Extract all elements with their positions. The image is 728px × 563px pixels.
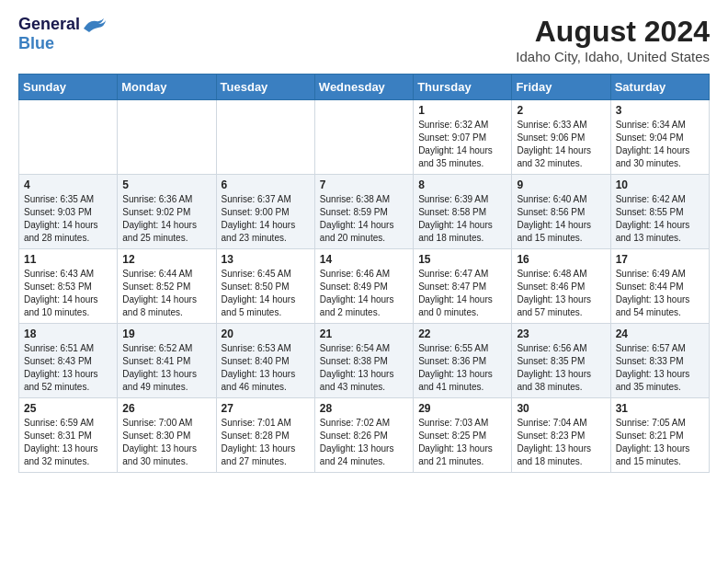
calendar-table: SundayMondayTuesdayWednesdayThursdayFrid… xyxy=(18,74,710,473)
calendar-day-16: 16Sunrise: 6:48 AM Sunset: 8:46 PM Dayli… xyxy=(512,249,610,324)
day-info: Sunrise: 6:48 AM Sunset: 8:46 PM Dayligh… xyxy=(517,268,605,319)
calendar-day-12: 12Sunrise: 6:44 AM Sunset: 8:52 PM Dayli… xyxy=(118,249,216,324)
day-number: 13 xyxy=(222,253,310,266)
day-number: 15 xyxy=(418,253,506,266)
day-number: 16 xyxy=(517,253,605,266)
day-number: 17 xyxy=(616,253,704,266)
calendar-day-4: 4Sunrise: 6:35 AM Sunset: 9:03 PM Daylig… xyxy=(19,175,118,249)
calendar-day-empty xyxy=(19,100,118,175)
day-info: Sunrise: 6:40 AM Sunset: 8:56 PM Dayligh… xyxy=(517,193,605,245)
day-info: Sunrise: 6:43 AM Sunset: 8:53 PM Dayligh… xyxy=(24,268,112,319)
calendar-week-row: 11Sunrise: 6:43 AM Sunset: 8:53 PM Dayli… xyxy=(19,249,710,324)
day-number: 27 xyxy=(222,402,310,415)
day-info: Sunrise: 7:05 AM Sunset: 8:21 PM Dayligh… xyxy=(616,417,704,468)
calendar-day-21: 21Sunrise: 6:54 AM Sunset: 8:38 PM Dayli… xyxy=(314,324,413,398)
calendar-header-row: SundayMondayTuesdayWednesdayThursdayFrid… xyxy=(19,75,710,100)
day-number: 1 xyxy=(418,104,506,117)
day-info: Sunrise: 6:37 AM Sunset: 9:00 PM Dayligh… xyxy=(222,193,310,245)
calendar-week-row: 1Sunrise: 6:32 AM Sunset: 9:07 PM Daylig… xyxy=(19,100,710,175)
day-number: 26 xyxy=(122,402,210,415)
calendar-day-5: 5Sunrise: 6:36 AM Sunset: 9:02 PM Daylig… xyxy=(118,175,216,249)
day-info: Sunrise: 6:44 AM Sunset: 8:52 PM Dayligh… xyxy=(122,268,210,319)
day-info: Sunrise: 6:52 AM Sunset: 8:41 PM Dayligh… xyxy=(122,342,210,394)
day-number: 9 xyxy=(517,178,605,191)
day-info: Sunrise: 6:49 AM Sunset: 8:44 PM Dayligh… xyxy=(616,268,704,319)
title-block: August 2024 Idaho City, Idaho, United St… xyxy=(516,15,710,64)
calendar-day-24: 24Sunrise: 6:57 AM Sunset: 8:33 PM Dayli… xyxy=(610,324,709,398)
day-info: Sunrise: 6:35 AM Sunset: 9:03 PM Dayligh… xyxy=(24,193,112,245)
day-number: 21 xyxy=(320,327,408,340)
calendar-day-27: 27Sunrise: 7:01 AM Sunset: 8:28 PM Dayli… xyxy=(216,398,314,473)
page-header: General Blue August 2024 Idaho City, Ida… xyxy=(18,15,710,64)
day-info: Sunrise: 6:38 AM Sunset: 8:59 PM Dayligh… xyxy=(320,193,408,245)
day-number: 18 xyxy=(24,327,112,340)
day-number: 23 xyxy=(517,327,605,340)
day-number: 29 xyxy=(418,402,506,415)
calendar-day-3: 3Sunrise: 6:34 AM Sunset: 9:04 PM Daylig… xyxy=(610,100,709,175)
day-number: 10 xyxy=(616,178,704,191)
page-subtitle: Idaho City, Idaho, United States xyxy=(516,49,710,64)
calendar-day-2: 2Sunrise: 6:33 AM Sunset: 9:06 PM Daylig… xyxy=(512,100,610,175)
day-of-week-header-sunday: Sunday xyxy=(19,75,118,100)
day-number: 7 xyxy=(320,178,408,191)
day-info: Sunrise: 6:56 AM Sunset: 8:35 PM Dayligh… xyxy=(517,342,605,394)
calendar-day-28: 28Sunrise: 7:02 AM Sunset: 8:26 PM Dayli… xyxy=(314,398,413,473)
day-number: 12 xyxy=(122,253,210,266)
logo-bird-icon xyxy=(82,16,108,34)
day-number: 30 xyxy=(517,402,605,415)
day-info: Sunrise: 6:51 AM Sunset: 8:43 PM Dayligh… xyxy=(24,342,112,394)
calendar-day-6: 6Sunrise: 6:37 AM Sunset: 9:00 PM Daylig… xyxy=(216,175,314,249)
page-title: August 2024 xyxy=(516,15,710,49)
calendar-day-18: 18Sunrise: 6:51 AM Sunset: 8:43 PM Dayli… xyxy=(19,324,118,398)
day-info: Sunrise: 6:57 AM Sunset: 8:33 PM Dayligh… xyxy=(616,342,704,394)
day-number: 2 xyxy=(517,104,605,117)
day-number: 5 xyxy=(122,178,210,191)
day-number: 24 xyxy=(616,327,704,340)
day-info: Sunrise: 6:45 AM Sunset: 8:50 PM Dayligh… xyxy=(222,268,310,319)
calendar-day-empty xyxy=(118,100,216,175)
day-number: 31 xyxy=(616,402,704,415)
calendar-day-1: 1Sunrise: 6:32 AM Sunset: 9:07 PM Daylig… xyxy=(414,100,512,175)
day-number: 14 xyxy=(320,253,408,266)
day-info: Sunrise: 6:47 AM Sunset: 8:47 PM Dayligh… xyxy=(418,268,506,319)
day-info: Sunrise: 6:46 AM Sunset: 8:49 PM Dayligh… xyxy=(320,268,408,319)
day-info: Sunrise: 7:01 AM Sunset: 8:28 PM Dayligh… xyxy=(222,417,310,468)
day-number: 11 xyxy=(24,253,112,266)
calendar-day-25: 25Sunrise: 6:59 AM Sunset: 8:31 PM Dayli… xyxy=(19,398,118,473)
calendar-day-14: 14Sunrise: 6:46 AM Sunset: 8:49 PM Dayli… xyxy=(314,249,413,324)
day-number: 4 xyxy=(24,178,112,191)
day-of-week-header-monday: Monday xyxy=(118,75,216,100)
day-info: Sunrise: 6:39 AM Sunset: 8:58 PM Dayligh… xyxy=(418,193,506,245)
calendar-day-11: 11Sunrise: 6:43 AM Sunset: 8:53 PM Dayli… xyxy=(19,249,118,324)
logo-blue-text: Blue xyxy=(18,34,54,53)
day-number: 22 xyxy=(418,327,506,340)
logo: General Blue xyxy=(18,15,108,53)
day-info: Sunrise: 6:59 AM Sunset: 8:31 PM Dayligh… xyxy=(24,417,112,468)
day-info: Sunrise: 6:53 AM Sunset: 8:40 PM Dayligh… xyxy=(222,342,310,394)
calendar-day-empty xyxy=(216,100,314,175)
calendar-day-15: 15Sunrise: 6:47 AM Sunset: 8:47 PM Dayli… xyxy=(414,249,512,324)
day-of-week-header-saturday: Saturday xyxy=(610,75,709,100)
day-number: 3 xyxy=(616,104,704,117)
day-number: 28 xyxy=(320,402,408,415)
calendar-day-31: 31Sunrise: 7:05 AM Sunset: 8:21 PM Dayli… xyxy=(610,398,709,473)
day-info: Sunrise: 6:55 AM Sunset: 8:36 PM Dayligh… xyxy=(418,342,506,394)
calendar-day-22: 22Sunrise: 6:55 AM Sunset: 8:36 PM Dayli… xyxy=(414,324,512,398)
day-info: Sunrise: 6:32 AM Sunset: 9:07 PM Dayligh… xyxy=(418,119,506,170)
day-number: 25 xyxy=(24,402,112,415)
calendar-day-26: 26Sunrise: 7:00 AM Sunset: 8:30 PM Dayli… xyxy=(118,398,216,473)
calendar-day-19: 19Sunrise: 6:52 AM Sunset: 8:41 PM Dayli… xyxy=(118,324,216,398)
day-info: Sunrise: 6:33 AM Sunset: 9:06 PM Dayligh… xyxy=(517,119,605,170)
calendar-day-8: 8Sunrise: 6:39 AM Sunset: 8:58 PM Daylig… xyxy=(414,175,512,249)
day-of-week-header-wednesday: Wednesday xyxy=(314,75,413,100)
day-info: Sunrise: 6:42 AM Sunset: 8:55 PM Dayligh… xyxy=(616,193,704,245)
day-info: Sunrise: 7:04 AM Sunset: 8:23 PM Dayligh… xyxy=(517,417,605,468)
day-of-week-header-friday: Friday xyxy=(512,75,610,100)
logo-general-text: General xyxy=(18,15,80,34)
calendar-day-7: 7Sunrise: 6:38 AM Sunset: 8:59 PM Daylig… xyxy=(314,175,413,249)
calendar-day-10: 10Sunrise: 6:42 AM Sunset: 8:55 PM Dayli… xyxy=(610,175,709,249)
calendar-day-17: 17Sunrise: 6:49 AM Sunset: 8:44 PM Dayli… xyxy=(610,249,709,324)
calendar-week-row: 4Sunrise: 6:35 AM Sunset: 9:03 PM Daylig… xyxy=(19,175,710,249)
day-of-week-header-tuesday: Tuesday xyxy=(216,75,314,100)
day-info: Sunrise: 6:54 AM Sunset: 8:38 PM Dayligh… xyxy=(320,342,408,394)
